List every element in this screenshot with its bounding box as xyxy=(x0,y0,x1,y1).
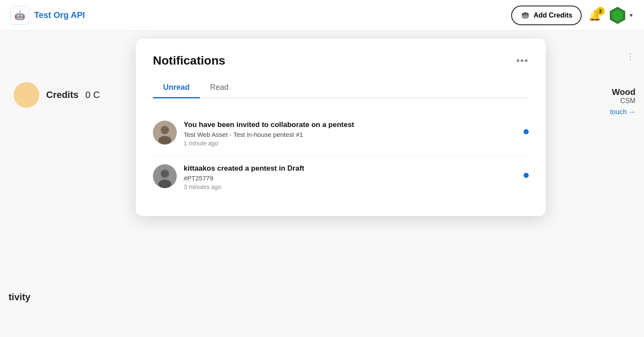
activity-label: tivity xyxy=(9,292,30,303)
notification-subtitle-1: Test Web Asset - Test in-house pentest #… xyxy=(184,131,517,138)
add-credits-label: Add Credits xyxy=(533,12,572,19)
topbar: 🤖 Test Org API Add Credits 🔔 2 xyxy=(0,0,644,31)
unread-indicator-1 xyxy=(524,129,529,134)
svg-point-15 xyxy=(162,129,164,130)
avatar-image-1 xyxy=(153,121,177,145)
notification-avatar-2 xyxy=(153,164,177,188)
svg-point-4 xyxy=(522,15,529,19)
notification-avatar-1 xyxy=(153,121,177,145)
notification-content-1: You have been invited to collaborate on … xyxy=(184,121,517,147)
notification-item: You have been invited to collaborate on … xyxy=(153,112,529,156)
notification-content-2: kittaakos created a pentest in Draft #PT… xyxy=(184,164,517,190)
notification-time-1: 1 minute ago xyxy=(184,140,517,147)
add-credits-button[interactable]: Add Credits xyxy=(511,6,582,25)
right-dots: ⋮ xyxy=(610,51,635,62)
unread-indicator-2 xyxy=(524,173,529,178)
csm-role: CSM xyxy=(610,97,635,105)
notification-title-2: kittaakos created a pentest in Draft xyxy=(184,164,517,173)
notification-subtitle-2: #PT25779 xyxy=(184,174,517,182)
svg-point-19 xyxy=(158,180,171,188)
org-logo: 🤖 xyxy=(10,6,29,25)
credits-value: 0 C xyxy=(85,89,100,101)
tab-unread[interactable]: Unread xyxy=(153,78,200,98)
notification-time-2: 3 minutes ago xyxy=(184,183,517,190)
topbar-left: 🤖 Test Org API xyxy=(10,6,85,25)
notification-tabs: Unread Read xyxy=(153,78,529,98)
credits-label: Credits xyxy=(46,89,79,101)
svg-point-21 xyxy=(166,172,167,174)
avatar-image-2 xyxy=(153,164,177,188)
notification-title-1: You have been invited to collaborate on … xyxy=(184,121,517,129)
get-in-touch-link[interactable]: touch → xyxy=(610,108,635,116)
svg-point-18 xyxy=(161,169,169,178)
notifications-panel: Notifications ••• Unread Read You have xyxy=(136,38,546,216)
credits-icon xyxy=(521,11,530,20)
bell-button[interactable]: 🔔 2 xyxy=(588,9,601,21)
svg-point-20 xyxy=(162,172,164,174)
user-avatar-icon xyxy=(608,6,627,25)
org-logo-icon: 🤖 xyxy=(15,10,25,21)
right-partial-content: ⋮ Wood CSM touch → xyxy=(610,51,635,116)
user-avatar-button[interactable]: ▼ xyxy=(608,6,634,25)
topbar-right: Add Credits 🔔 2 ▼ xyxy=(511,6,634,25)
tab-read[interactable]: Read xyxy=(200,78,239,98)
csm-name: Wood xyxy=(610,87,635,97)
avatar-dropdown-icon: ▼ xyxy=(629,12,634,18)
notifications-title: Notifications xyxy=(153,54,225,68)
bell-badge: 2 xyxy=(596,7,605,15)
svg-point-13 xyxy=(161,126,169,134)
svg-point-14 xyxy=(158,136,171,145)
notifications-more-button[interactable]: ••• xyxy=(516,55,529,66)
credits-circle-icon xyxy=(14,82,39,108)
svg-point-16 xyxy=(166,129,167,130)
org-name: Test Org API xyxy=(34,10,85,20)
notification-item-2: kittaakos created a pentest in Draft #PT… xyxy=(153,156,529,199)
panel-header: Notifications ••• xyxy=(153,54,529,68)
